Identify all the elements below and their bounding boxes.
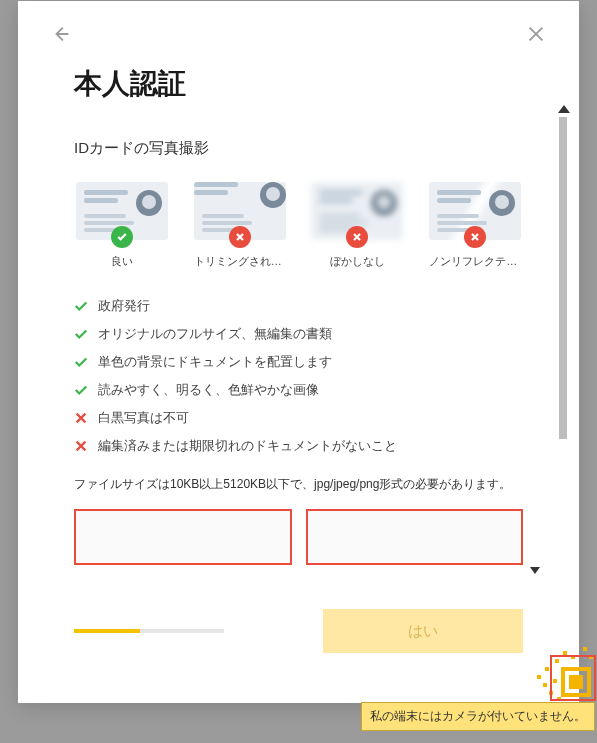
rule-text: 政府発行 bbox=[98, 297, 150, 315]
progress-bar bbox=[74, 629, 224, 633]
rule-item: オリジナルのフルサイズ、無編集の書類 bbox=[74, 325, 523, 343]
upload-row bbox=[74, 509, 523, 565]
back-arrow-icon[interactable] bbox=[50, 23, 72, 49]
example-label: ノンリフレクティブ bbox=[429, 254, 521, 269]
rule-item: 政府発行 bbox=[74, 297, 523, 315]
no-camera-tooltip[interactable]: 私の端末にはカメラが付いていません。 bbox=[361, 702, 595, 731]
rule-text: 編集済みまたは期限切れのドキュメントがないこと bbox=[98, 437, 397, 455]
example-blur: ぼかしなし bbox=[310, 182, 406, 269]
content-area: IDカードの写真撮影 良い bbox=[74, 139, 523, 653]
example-label: 良い bbox=[111, 254, 133, 269]
rule-item: 単色の背景にドキュメントを配置します bbox=[74, 353, 523, 371]
rule-text: オリジナルのフルサイズ、無編集の書類 bbox=[98, 325, 332, 343]
close-icon[interactable] bbox=[525, 23, 547, 49]
examples-row: 良い トリミングされて... bbox=[74, 182, 523, 269]
scroll-down-icon[interactable] bbox=[530, 567, 540, 574]
submit-button[interactable]: はい bbox=[323, 609, 523, 653]
footer-row: はい bbox=[74, 609, 523, 653]
rules-list: 政府発行 オリジナルのフルサイズ、無編集の書類 単色の背景にドキュメントを配置し… bbox=[74, 297, 523, 455]
upload-slot-back[interactable] bbox=[306, 509, 524, 565]
scrollbar-track[interactable] bbox=[559, 117, 567, 439]
verification-modal: 本人認証 IDカードの写真撮影 良い bbox=[18, 1, 579, 703]
upload-slot-front[interactable] bbox=[74, 509, 292, 565]
modal-header bbox=[74, 27, 523, 53]
rule-item: 読みやすく、明るく、色鮮やかな画像 bbox=[74, 381, 523, 399]
rule-item: 白黒写真は不可 bbox=[74, 409, 523, 427]
x-badge-icon bbox=[346, 226, 368, 248]
checkmark-badge-icon bbox=[111, 226, 133, 248]
example-label: ぼかしなし bbox=[330, 254, 385, 269]
x-badge-icon bbox=[464, 226, 486, 248]
rule-text: 読みやすく、明るく、色鮮やかな画像 bbox=[98, 381, 319, 399]
example-label: トリミングされて... bbox=[194, 254, 286, 269]
scroll-up-icon[interactable] bbox=[558, 105, 570, 113]
check-icon bbox=[74, 327, 88, 341]
example-cropped: トリミングされて... bbox=[192, 182, 288, 269]
rule-item: 編集済みまたは期限切れのドキュメントがないこと bbox=[74, 437, 523, 455]
x-icon bbox=[74, 439, 88, 453]
x-badge-icon bbox=[229, 226, 251, 248]
check-icon bbox=[74, 383, 88, 397]
rule-text: 白黒写真は不可 bbox=[98, 409, 189, 427]
example-reflective: ノンリフレクティブ bbox=[427, 182, 523, 269]
section-subtitle: IDカードの写真撮影 bbox=[74, 139, 523, 158]
example-good: 良い bbox=[74, 182, 170, 269]
rule-text: 単色の背景にドキュメントを配置します bbox=[98, 353, 332, 371]
check-icon bbox=[74, 355, 88, 369]
page-title: 本人認証 bbox=[74, 65, 523, 103]
check-icon bbox=[74, 299, 88, 313]
file-requirements-note: ファイルサイズは10KB以上5120KB以下で、jpg/jpeg/png形式の必… bbox=[74, 475, 523, 493]
x-icon bbox=[74, 411, 88, 425]
camera-highlight-box[interactable] bbox=[550, 655, 596, 701]
